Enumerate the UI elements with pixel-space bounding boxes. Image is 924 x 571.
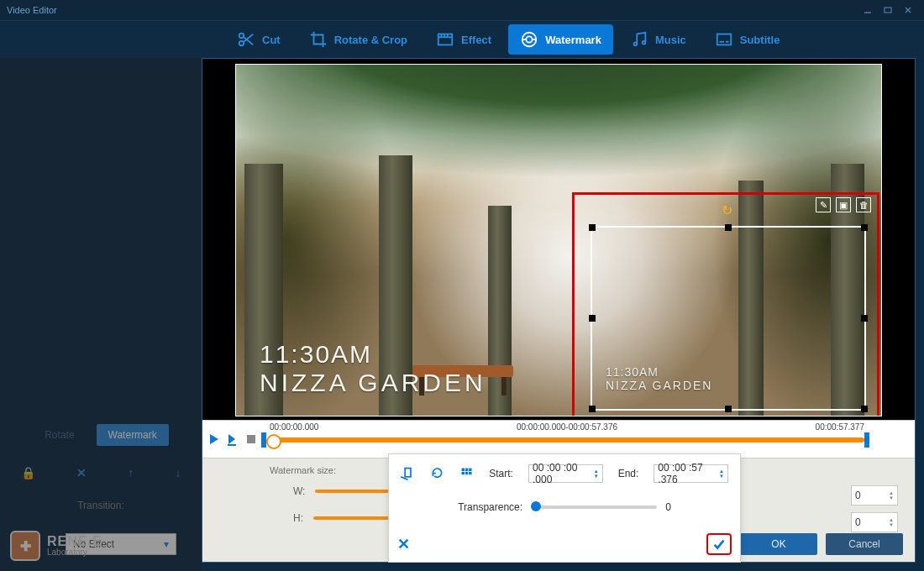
svg-point-4 <box>239 34 244 39</box>
svg-point-18 <box>643 41 646 45</box>
ok-button[interactable]: OK <box>740 533 817 555</box>
tab-subtitle-label: Subtitle <box>740 34 780 46</box>
mark-in-icon[interactable] <box>401 465 415 482</box>
resize-handle[interactable] <box>589 224 596 231</box>
close-button[interactable] <box>899 3 917 18</box>
svg-rect-24 <box>228 444 236 446</box>
tab-watermark[interactable]: Watermark <box>508 24 613 55</box>
svg-point-14 <box>527 36 533 42</box>
app-title: Video Editor <box>7 5 57 15</box>
move-up-icon[interactable]: ↑ <box>128 466 134 479</box>
cancel-button[interactable]: Cancel <box>826 533 903 555</box>
maximize-button[interactable] <box>879 3 897 18</box>
resize-handle[interactable] <box>725 406 732 412</box>
transparence-slider[interactable] <box>531 506 657 509</box>
range-start-handle[interactable] <box>261 432 266 448</box>
tab-cut[interactable]: Cut <box>225 24 292 55</box>
popup-cancel-icon[interactable]: ✕ <box>397 535 410 553</box>
brand-logo-icon: ✚ <box>10 531 40 561</box>
watermark-toolbar: ✎ ▣ 🗑 <box>816 197 871 212</box>
svg-rect-36 <box>465 472 468 474</box>
crop-icon <box>309 30 328 49</box>
size-label: Watermark size: <box>270 465 336 475</box>
delete-icon[interactable]: 🗑 <box>856 197 871 212</box>
resize-handle[interactable] <box>725 224 732 231</box>
timeline-track[interactable] <box>270 437 864 443</box>
film-icon <box>436 30 454 49</box>
timeline-range-label: 00:00:00.000-00:00:57.376 <box>517 422 617 432</box>
watermark-icon <box>520 30 538 49</box>
tab-cut-label: Cut <box>262 34 281 46</box>
brand-sub: Laboratory <box>47 548 102 557</box>
svg-rect-34 <box>469 469 471 471</box>
check-icon <box>711 537 727 552</box>
start-time-input[interactable]: 00 :00 :00 .000 ▲▼ <box>528 464 603 483</box>
resize-handle[interactable] <box>861 315 868 322</box>
height-label: H: <box>293 512 303 524</box>
watermark-timing-popup: Start: 00 :00 :00 .000 ▲▼ End: 00 :00 :5… <box>388 453 741 563</box>
svg-rect-19 <box>717 34 732 45</box>
pos-x-input[interactable]: 0 ▲▼ <box>851 485 898 506</box>
scissors-icon <box>237 30 255 49</box>
reset-icon[interactable] <box>430 465 444 482</box>
image-icon[interactable]: ▣ <box>836 197 851 212</box>
timeline-start-label: 00:00:00.000 <box>270 422 318 432</box>
timeline-end-label: 00:00:57.377 <box>816 422 864 432</box>
tab-rotate-label: Rotate & Crop <box>334 34 407 46</box>
move-down-icon[interactable]: ↓ <box>175 466 181 479</box>
tab-effect[interactable]: Effect <box>424 24 503 55</box>
rotate-handle-icon[interactable]: ↻ <box>722 202 732 218</box>
lock-icon[interactable]: 🔒 <box>21 466 35 479</box>
toolbar-tabs: Cut Rotate & Crop Effect Watermark Music… <box>0 21 924 58</box>
range-end-handle[interactable] <box>864 432 869 448</box>
watermark-preview-text: 11:30AM NIZZA GARDEN <box>606 365 712 392</box>
chevron-down-icon: ▾ <box>164 538 169 550</box>
frame-caption: 11:30AM NIZZA GARDEN <box>260 340 486 397</box>
popup-confirm-button[interactable] <box>706 533 732 555</box>
brand-name: RENE.E <box>47 535 102 548</box>
resize-handle[interactable] <box>861 224 868 231</box>
sidebar-watermark-button[interactable]: Watermark <box>97 424 169 446</box>
tab-music-label: Music <box>655 34 686 46</box>
svg-rect-25 <box>247 435 255 443</box>
svg-rect-37 <box>469 472 471 474</box>
sidebar-rotate-button[interactable]: Rotate <box>33 424 86 446</box>
slider-knob[interactable] <box>531 501 541 511</box>
start-label: Start: <box>489 468 513 479</box>
svg-marker-22 <box>210 434 218 444</box>
edit-icon[interactable]: ✎ <box>816 197 831 212</box>
tab-effect-label: Effect <box>461 34 491 46</box>
minimize-button[interactable] <box>858 3 877 18</box>
video-frame[interactable]: 11:30AM NIZZA GARDEN ↻ 11:30AM <box>235 64 882 416</box>
svg-rect-33 <box>465 469 468 471</box>
svg-rect-35 <box>462 472 465 474</box>
svg-point-5 <box>239 41 244 46</box>
end-label: End: <box>618 468 639 479</box>
svg-rect-1 <box>885 8 891 13</box>
tab-music[interactable]: Music <box>618 24 698 55</box>
transition-label: Transition: <box>0 500 202 511</box>
tab-subtitle[interactable]: Subtitle <box>703 24 792 55</box>
pos-y-input[interactable]: 0 ▲▼ <box>851 512 898 532</box>
music-icon <box>630 30 648 49</box>
left-sidebar: Rotate Watermark 🔒 ✕ ↑ ↓ Transition: No … <box>0 58 202 571</box>
resize-handle[interactable] <box>589 406 596 412</box>
resize-handle[interactable] <box>589 315 596 322</box>
tab-rotate-crop[interactable]: Rotate & Crop <box>297 24 419 55</box>
video-preview-area: 11:30AM NIZZA GARDEN ↻ 11:30AM <box>202 59 915 420</box>
stop-button[interactable] <box>244 432 258 449</box>
resize-handle[interactable] <box>861 406 868 412</box>
svg-rect-30 <box>405 469 411 477</box>
brand: ✚ RENE.E Laboratory <box>10 531 102 561</box>
transparence-label: Transparence: <box>458 501 522 513</box>
transparence-value: 0 <box>665 501 671 513</box>
play-range-button[interactable] <box>226 432 239 449</box>
svg-rect-32 <box>462 469 465 471</box>
end-time-input[interactable]: 00 :00 :57 .376 ▲▼ <box>654 464 728 483</box>
remove-icon[interactable]: ✕ <box>76 466 87 479</box>
grid-icon[interactable] <box>459 465 474 482</box>
play-button[interactable] <box>207 432 221 449</box>
tab-watermark-label: Watermark <box>545 34 601 46</box>
svg-marker-23 <box>228 434 235 444</box>
svg-point-17 <box>633 43 637 46</box>
